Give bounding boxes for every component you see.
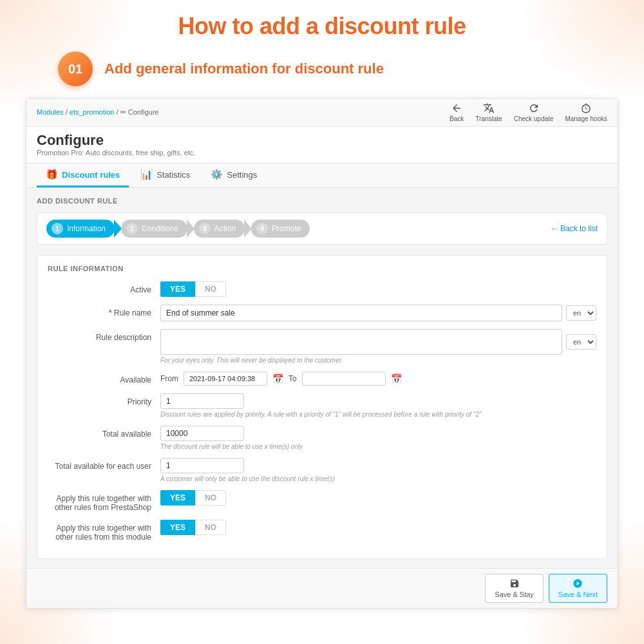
apply-prestashop-no-btn[interactable]: NO	[195, 490, 226, 506]
total-available-content: The discount rule will be able to use x …	[160, 426, 596, 450]
main-title: How to add a discount rule	[19, 13, 625, 40]
settings-icon: ⚙️	[211, 169, 223, 180]
back-button[interactable]: Back	[450, 102, 464, 122]
rule-desc-content: en For your eyes only. This will never b…	[160, 329, 596, 364]
step-3-pill[interactable]: 3 Action	[194, 220, 245, 238]
total-per-user-label: Total available for each user	[48, 458, 160, 471]
admin-panel: Modules / ets_promotion / ✏ Configure Ba…	[26, 98, 618, 609]
apply-module-no-btn[interactable]: NO	[195, 520, 226, 535]
step-title: Add general information for discount rul…	[104, 61, 384, 77]
configure-title: Configure	[37, 132, 607, 149]
total-available-input[interactable]	[160, 426, 244, 441]
available-label: Available	[48, 372, 160, 384]
apply-prestashop-row: Apply this rule together with other rule…	[48, 490, 596, 512]
calendar-to-icon[interactable]: 📅	[391, 374, 402, 384]
breadcrumb-modules[interactable]: Modules	[37, 108, 64, 116]
breadcrumb-configure: ✏ Configure	[120, 108, 159, 116]
step-2-num: 2	[126, 223, 138, 234]
step-1-pill[interactable]: 1 Information	[46, 220, 115, 238]
rule-name-content: en	[160, 305, 596, 321]
rule-name-row: * Rule name en	[48, 305, 596, 321]
available-content: From 📅 To 📅	[160, 372, 596, 386]
total-available-row: Total available The discount rule will b…	[48, 426, 596, 450]
save-stay-label: Save & Stay	[495, 591, 534, 598]
configure-subtitle: Promotion Pro: Auto discounts, free ship…	[37, 149, 607, 156]
available-from-input[interactable]	[184, 372, 267, 386]
save-next-label: Save & Next	[558, 591, 598, 598]
total-per-user-input[interactable]	[160, 458, 244, 473]
rule-name-input[interactable]	[160, 305, 562, 321]
tab-settings[interactable]: ⚙️ Settings	[202, 164, 266, 187]
step-header: 01 Add general information for discount …	[19, 52, 625, 86]
apply-module-toggle[interactable]: YES NO	[160, 520, 226, 535]
total-available-label: Total available	[48, 426, 160, 439]
back-to-list-link[interactable]: ← Back to list	[551, 224, 598, 233]
save-next-button[interactable]: Save & Next	[549, 574, 607, 603]
apply-prestashop-yes-btn[interactable]: YES	[160, 490, 195, 506]
apply-module-yes-btn[interactable]: YES	[160, 520, 195, 535]
available-to-input[interactable]	[302, 372, 386, 386]
step-1-num: 1	[52, 223, 63, 234]
calendar-from-icon[interactable]: 📅	[272, 374, 283, 384]
rule-desc-input-group: en	[160, 329, 596, 355]
breadcrumb-actions: Back Translate Check update Manage hooks	[450, 102, 607, 122]
panel-footer: Save & Stay Save & Next	[26, 568, 618, 608]
form-section: RULE INFORMATION Active YES NO *	[37, 255, 607, 559]
step-2-arrow	[187, 220, 194, 238]
tabs-bar: 🎁 Discount rules 📊 Statistics ⚙️ Setting…	[26, 164, 618, 188]
apply-module-row: Apply this rule together with other rule…	[48, 520, 596, 542]
active-row: Active YES NO	[48, 281, 596, 297]
rule-desc-label: Rule description	[48, 329, 160, 342]
available-row: Available From 📅 To 📅	[48, 372, 596, 386]
priority-label: Priority	[48, 393, 160, 406]
translate-button[interactable]: Translate	[475, 102, 502, 122]
rule-desc-row: Rule description en For your eyes only. …	[48, 329, 596, 364]
manage-hooks-button[interactable]: Manage hooks	[565, 102, 607, 122]
priority-input[interactable]	[160, 393, 244, 409]
step-1-label: Information	[67, 224, 106, 233]
active-label: Active	[48, 281, 160, 294]
breadcrumb-bar: Modules / ets_promotion / ✏ Configure Ba…	[26, 99, 618, 127]
tab-discount-rules[interactable]: 🎁 Discount rules	[37, 164, 129, 187]
apply-module-content: YES NO	[160, 520, 596, 535]
add-section-label: ADD DISCOUNT RULE	[37, 197, 607, 205]
tab-discount-rules-label: Discount rules	[62, 170, 120, 180]
apply-prestashop-content: YES NO	[160, 490, 596, 506]
available-from-label: From	[160, 374, 178, 383]
apply-module-label: Apply this rule together with other rule…	[48, 520, 160, 542]
step-3-label: Action	[214, 224, 236, 233]
rule-name-label: * Rule name	[48, 305, 160, 317]
discount-rules-icon: 🎁	[46, 169, 58, 180]
active-yes-btn[interactable]: YES	[160, 281, 195, 297]
step-4-label: Promote	[272, 224, 301, 233]
step-2-pill[interactable]: 2 Conditions	[121, 220, 187, 238]
total-available-hint: The discount rule will be able to use x …	[160, 443, 596, 450]
breadcrumb: Modules / ets_promotion / ✏ Configure	[37, 108, 158, 117]
available-date-group: From 📅 To 📅	[160, 372, 596, 386]
active-no-btn[interactable]: NO	[195, 281, 226, 297]
apply-prestashop-label: Apply this rule together with other rule…	[48, 490, 160, 512]
breadcrumb-ets-promotion[interactable]: ets_promotion	[70, 108, 115, 116]
priority-row: Priority Discount rules are applied by p…	[48, 393, 596, 418]
save-stay-button[interactable]: Save & Stay	[485, 574, 544, 603]
apply-prestashop-toggle[interactable]: YES NO	[160, 490, 226, 506]
total-per-user-row: Total available for each user A customer…	[48, 458, 596, 482]
tab-statistics[interactable]: 📊 Statistics	[131, 164, 199, 187]
active-content: YES NO	[160, 281, 596, 297]
configure-header: Configure Promotion Pro: Auto discounts,…	[26, 127, 618, 164]
check-update-button[interactable]: Check update	[514, 102, 554, 122]
required-star: *	[109, 308, 112, 317]
rule-desc-lang-select[interactable]: en	[566, 334, 596, 350]
rule-info-label: RULE INFORMATION	[48, 265, 596, 272]
step-badge: 01	[58, 52, 93, 86]
rule-desc-textarea[interactable]	[160, 329, 562, 355]
available-to-label: To	[289, 374, 297, 383]
step-3-num: 3	[199, 223, 211, 234]
rule-name-lang-select[interactable]: en	[566, 305, 596, 321]
active-toggle[interactable]: YES NO	[160, 281, 226, 297]
priority-content: Discount rules are applied by priority. …	[160, 393, 596, 418]
steps-bar: 1 Information 2 Conditions 3 Action 4 Pr…	[37, 213, 607, 245]
step-4-pill[interactable]: 4 Promote	[251, 220, 310, 238]
total-per-user-hint: A customer will only be able to use the …	[160, 475, 596, 482]
rule-desc-hint: For your eyes only. This will never be d…	[160, 357, 596, 364]
